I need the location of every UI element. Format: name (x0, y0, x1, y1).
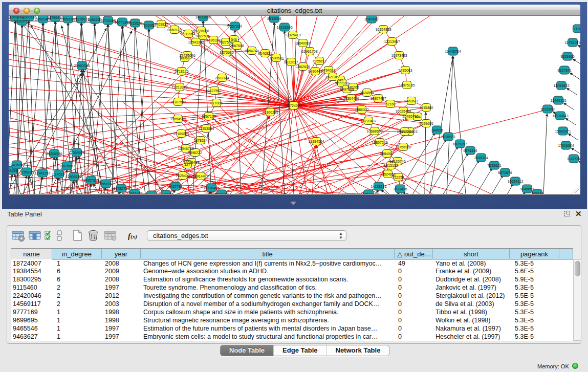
svg-text:8267130: 8267130 (202, 115, 215, 118)
svg-text:15692971: 15692971 (555, 129, 571, 133)
svg-text:20953346: 20953346 (74, 64, 90, 68)
svg-text:25300295: 25300295 (262, 111, 278, 114)
svg-text:16961758: 16961758 (301, 50, 317, 53)
svg-text:7955812: 7955812 (312, 59, 326, 63)
svg-text:14055712: 14055712 (14, 19, 30, 23)
svg-text:3215958: 3215958 (540, 107, 554, 111)
svg-text:8813054: 8813054 (267, 17, 281, 20)
svg-text:205418: 205418 (531, 192, 543, 194)
svg-text:9227341: 9227341 (557, 69, 571, 72)
svg-text:9329966: 9329966 (560, 55, 574, 58)
svg-text:164095: 164095 (431, 128, 443, 132)
svg-text:39154: 39154 (9, 169, 17, 172)
svg-text:10756928: 10756928 (395, 145, 411, 149)
svg-text:10543382: 10543382 (188, 40, 204, 44)
svg-text:9115460: 9115460 (420, 106, 433, 110)
svg-text:20206536: 20206536 (46, 152, 62, 156)
svg-text:18640910: 18640910 (295, 41, 311, 45)
svg-text:1156829: 1156829 (20, 170, 34, 174)
svg-text:20364436: 20364436 (343, 97, 359, 100)
svg-text:12444155: 12444155 (550, 99, 566, 102)
svg-text:9245652: 9245652 (520, 187, 534, 191)
svg-text:12093822: 12093822 (553, 84, 569, 87)
svg-text:12505135: 12505135 (66, 175, 81, 179)
svg-text:604: 604 (415, 115, 421, 119)
svg-text:9427552: 9427552 (207, 89, 221, 93)
svg-text:14138141: 14138141 (371, 185, 386, 188)
svg-text:10975867: 10975867 (59, 164, 75, 168)
svg-text:7485063: 7485063 (398, 69, 412, 72)
svg-text:10958107: 10958107 (98, 182, 114, 186)
svg-text:8454749: 8454749 (245, 49, 258, 53)
svg-text:2935114: 2935114 (474, 156, 488, 160)
svg-text:17957255: 17957255 (83, 179, 99, 182)
svg-text:746266: 746266 (347, 85, 359, 89)
svg-text:13325419: 13325419 (285, 33, 300, 37)
svg-text:12975185: 12975185 (399, 83, 415, 87)
svg-text:9327505: 9327505 (195, 34, 209, 38)
svg-text:817006: 817006 (210, 101, 222, 105)
svg-text:15023466: 15023466 (126, 192, 142, 194)
svg-text:2603144: 2603144 (215, 76, 229, 80)
svg-text:15276021: 15276021 (73, 17, 89, 21)
svg-text:8912954: 8912954 (181, 32, 195, 36)
svg-text:9699695: 9699695 (419, 122, 433, 125)
svg-text:19309186: 19309186 (20, 16, 36, 19)
svg-text:6879197: 6879197 (453, 142, 467, 146)
svg-text:2087682: 2087682 (364, 17, 378, 21)
svg-text:7515526: 7515526 (128, 21, 142, 25)
svg-text:7625402: 7625402 (176, 174, 189, 178)
svg-text:18724007: 18724007 (286, 104, 301, 107)
svg-text:5878334: 5878334 (193, 139, 207, 142)
svg-text:18024502: 18024502 (143, 193, 159, 194)
svg-text:16054032: 16054032 (360, 192, 376, 194)
svg-text:7463822: 7463822 (154, 23, 168, 26)
svg-text:98961: 98961 (180, 56, 190, 60)
svg-text:10210643: 10210643 (552, 114, 568, 118)
svg-text:1733426: 1733426 (393, 187, 407, 191)
svg-text:12213389: 12213389 (171, 85, 187, 89)
svg-text:2718176: 2718176 (175, 70, 188, 73)
svg-text:19166829: 19166829 (173, 132, 189, 136)
svg-text:10688609: 10688609 (366, 129, 382, 133)
svg-text:16448784: 16448784 (445, 50, 461, 53)
svg-text:9457791: 9457791 (168, 185, 182, 188)
svg-text:19384554: 19384554 (308, 140, 324, 143)
svg-text:8322037: 8322037 (284, 60, 298, 64)
svg-text:12213967: 12213967 (384, 40, 400, 43)
svg-text:114519: 114519 (53, 172, 65, 176)
svg-text:9777169: 9777169 (335, 81, 349, 85)
svg-text:17359924: 17359924 (69, 151, 84, 155)
svg-text:1167534: 1167534 (567, 157, 580, 161)
svg-text:15751074: 15751074 (564, 41, 580, 45)
svg-text:62160: 62160 (385, 102, 396, 106)
svg-text:9245032: 9245032 (159, 193, 172, 194)
svg-text:18807249: 18807249 (372, 141, 387, 144)
svg-text:111264: 111264 (572, 27, 580, 31)
svg-text:19657244: 19657244 (397, 130, 412, 134)
svg-text:8990448: 8990448 (308, 70, 322, 73)
svg-text:1588520: 1588520 (269, 56, 283, 60)
svg-text:3498222: 3498222 (188, 151, 202, 155)
svg-text:9474444: 9474444 (463, 149, 477, 152)
svg-text:53226058: 53226058 (193, 29, 209, 33)
svg-text:10046788: 10046788 (178, 147, 193, 150)
svg-text:9084067: 9084067 (380, 152, 394, 156)
svg-text:17016504: 17016504 (558, 144, 574, 147)
svg-text:f(x): f(x) (128, 232, 137, 240)
svg-text:10025438: 10025438 (395, 110, 411, 113)
svg-text:546: 546 (231, 38, 237, 41)
svg-text:10654112: 10654112 (508, 180, 524, 183)
svg-text:16782759: 16782759 (113, 187, 129, 190)
svg-text:9463627: 9463627 (404, 99, 418, 103)
svg-text:10807487: 10807487 (370, 97, 386, 100)
svg-text:2967608: 2967608 (230, 44, 244, 48)
svg-text:11353594: 11353594 (199, 127, 214, 130)
svg-text:8471676: 8471676 (498, 171, 512, 174)
svg-text:16120746: 16120746 (389, 160, 405, 163)
svg-text:8660128: 8660128 (167, 28, 181, 32)
svg-text:16107552: 16107552 (170, 100, 186, 104)
svg-text:3624554: 3624554 (360, 91, 374, 95)
svg-text:15720407: 15720407 (360, 119, 376, 123)
svg-text:8938923: 8938923 (441, 135, 455, 139)
